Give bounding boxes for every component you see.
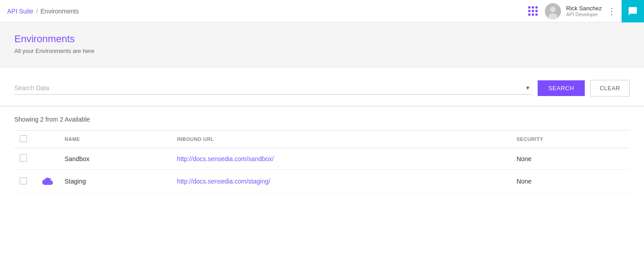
breadcrumb-separator: / — [36, 8, 38, 15]
row-inbound-url[interactable]: http://docs.sensedia.com/staging/ — [171, 170, 511, 193]
row-name: Sandbox — [59, 148, 171, 170]
row-icon-cell — [37, 170, 59, 193]
results-section: Showing 2 from 2 Available NAME INBOUND … — [0, 107, 644, 193]
nav-right: Rick Sanchez API Developer ⋮ — [525, 0, 637, 22]
breadcrumb-current: Environments — [40, 8, 79, 15]
row-security: None — [511, 170, 630, 193]
page-title: Environments — [14, 33, 630, 45]
row-checkbox[interactable] — [20, 177, 27, 184]
avatar[interactable] — [545, 3, 561, 19]
row-security: None — [511, 148, 630, 170]
row-checkbox[interactable] — [20, 154, 27, 162]
search-input-wrapper: ▼ — [14, 82, 532, 95]
row-icon-cell — [37, 148, 59, 170]
search-section: ▼ SEARCH CLEAR — [0, 67, 644, 107]
th-inbound-url: INBOUND URL — [171, 131, 511, 148]
environments-table: NAME INBOUND URL SECURITY Sandboxhttp://… — [14, 130, 630, 193]
page-subtitle: All your Environments are here — [14, 48, 630, 54]
breadcrumb-api-suite[interactable]: API Suite — [7, 8, 33, 15]
th-name: NAME — [59, 131, 171, 148]
search-button[interactable]: SEARCH — [538, 80, 585, 96]
page-header: Environments All your Environments are h… — [0, 22, 644, 67]
top-nav: API Suite / Environments Rick Sanchez AP… — [0, 0, 644, 22]
dropdown-arrow-icon[interactable]: ▼ — [523, 83, 532, 93]
row-checkbox-cell — [14, 170, 37, 193]
th-icon — [37, 131, 59, 148]
th-select-all — [14, 131, 37, 148]
breadcrumb: API Suite / Environments — [7, 8, 525, 15]
search-input[interactable] — [14, 82, 523, 94]
svg-point-1 — [550, 7, 556, 12]
search-row: ▼ SEARCH CLEAR — [14, 80, 630, 96]
row-inbound-url[interactable]: http://docs.sensedia.com/sandbox/ — [171, 148, 511, 170]
inbound-url-link[interactable]: http://docs.sensedia.com/staging/ — [177, 178, 270, 185]
inbound-url-link[interactable]: http://docs.sensedia.com/sandbox/ — [177, 155, 274, 162]
results-count: Showing 2 from 2 Available — [14, 116, 630, 123]
grid-icon[interactable] — [525, 3, 541, 19]
cloud-icon — [42, 177, 53, 184]
th-security: SECURITY — [511, 131, 630, 148]
row-name: Staging — [59, 170, 171, 193]
table-row: Sandboxhttp://docs.sensedia.com/sandbox/… — [14, 148, 630, 170]
more-vert-icon[interactable]: ⋮ — [605, 6, 618, 17]
clear-button[interactable]: CLEAR — [590, 80, 630, 96]
user-info: Rick Sanchez API Developer — [566, 5, 602, 17]
user-role: API Developer — [566, 12, 602, 17]
select-all-checkbox[interactable] — [20, 135, 27, 142]
row-checkbox-cell — [14, 148, 37, 170]
user-name: Rick Sanchez — [566, 5, 602, 12]
table-row: Staginghttp://docs.sensedia.com/staging/… — [14, 170, 630, 193]
table-header-row: NAME INBOUND URL SECURITY — [14, 131, 630, 148]
grid-dots — [528, 6, 538, 16]
chat-button[interactable] — [622, 0, 644, 22]
